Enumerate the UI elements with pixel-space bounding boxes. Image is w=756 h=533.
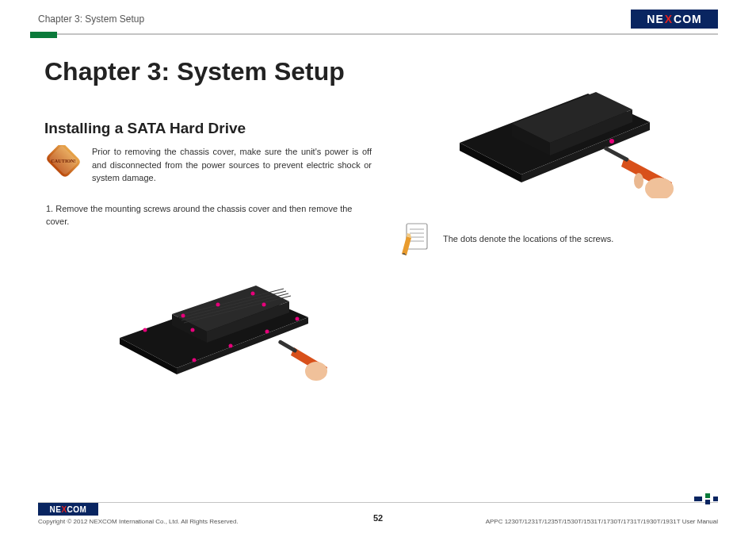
footer-logo: NEXCOM <box>38 503 98 516</box>
logo-x: X <box>665 13 673 25</box>
note-block: The dots denote the locations of the scr… <box>391 222 718 255</box>
header-divider <box>38 33 718 35</box>
footer-logo-x: X <box>61 505 67 514</box>
manual-title: APPC 1230T/1231T/1235T/1530T/1531T/1730T… <box>486 518 718 525</box>
footer-logo-part1: NE <box>50 505 62 514</box>
section-title: Installing a SATA Hard Drive <box>44 120 372 137</box>
svg-point-17 <box>192 358 196 362</box>
brand-logo: NEXCOM <box>631 10 718 29</box>
svg-rect-24 <box>277 339 297 353</box>
copyright-text: Copyright © 2012 NEXCOM International Co… <box>38 518 239 525</box>
device-image-left <box>90 244 327 387</box>
svg-rect-48 <box>713 497 718 501</box>
footer-logo-part2: COM <box>67 505 87 514</box>
svg-point-25 <box>305 362 327 381</box>
svg-rect-34 <box>603 146 628 162</box>
note-text: The dots denote the locations of the scr… <box>443 234 613 243</box>
step-1-text: 1. Remove the mounting screws around the… <box>44 202 372 228</box>
svg-point-14 <box>181 313 185 317</box>
left-column: Chapter 3: System Setup Installing a SAT… <box>44 57 372 387</box>
footer-left: NEXCOM Copyright © 2012 NEXCOM Internati… <box>38 503 239 525</box>
svg-rect-46 <box>705 493 710 498</box>
svg-point-19 <box>265 329 269 333</box>
svg-point-13 <box>143 328 147 332</box>
caution-text: Prior to removing the chassis cover, mak… <box>92 145 372 185</box>
caution-icon: CAUTION! <box>44 145 82 178</box>
svg-point-15 <box>216 302 220 306</box>
note-pencil-icon <box>399 222 432 255</box>
page-number: 52 <box>373 513 383 523</box>
device-image-right <box>436 63 674 198</box>
svg-rect-45 <box>694 497 702 501</box>
logo-part1: NE <box>647 13 663 25</box>
svg-point-21 <box>190 328 194 332</box>
page-header: Chapter 3: System Setup NEXCOM <box>0 0 756 29</box>
chapter-title: Chapter 3: System Setup <box>44 57 372 86</box>
svg-point-32 <box>609 139 614 144</box>
svg-text:CAUTION!: CAUTION! <box>51 158 75 163</box>
svg-point-16 <box>250 291 254 295</box>
right-column: The dots denote the locations of the scr… <box>391 57 718 387</box>
content-area: Chapter 3: System Setup Installing a SAT… <box>0 35 756 387</box>
svg-point-20 <box>295 316 299 320</box>
svg-point-22 <box>262 302 265 306</box>
svg-point-18 <box>228 343 232 347</box>
svg-point-36 <box>634 173 643 189</box>
breadcrumb: Chapter 3: System Setup <box>38 13 144 25</box>
logo-part2: COM <box>674 13 702 25</box>
page-footer: NEXCOM Copyright © 2012 NEXCOM Internati… <box>38 503 718 525</box>
caution-block: CAUTION! Prior to removing the chassis c… <box>44 145 372 185</box>
